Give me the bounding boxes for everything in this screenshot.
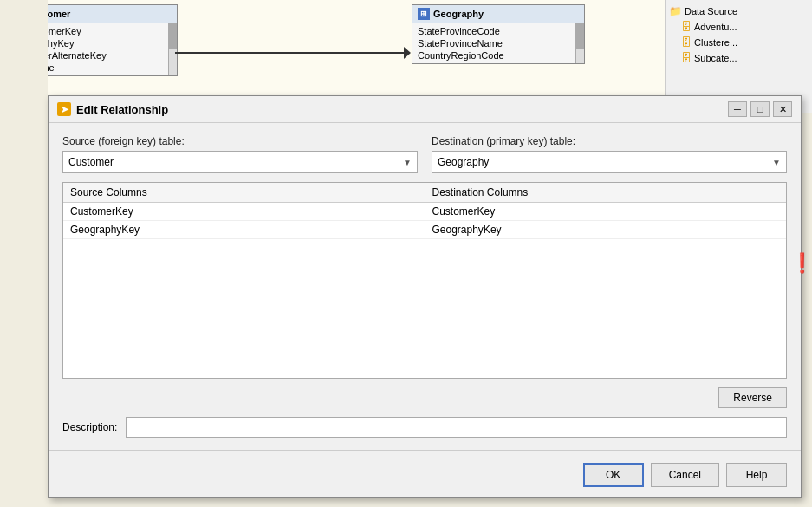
- tree-item-3-label: Subcate...: [694, 53, 737, 63]
- dest-col-customerkey: CustomerKey: [425, 203, 787, 220]
- geography-table-body: StateProvinceCode StateProvinceName Coun…: [412, 23, 584, 63]
- dialog-controls: ─ □ ✕: [728, 101, 792, 117]
- dialog-divider: [49, 450, 801, 451]
- destination-select-value: Geography: [438, 156, 489, 168]
- tables-row: Source (foreign key) table: Customer ▼ D…: [62, 135, 787, 173]
- dialog-body: Source (foreign key) table: Customer ▼ D…: [49, 123, 801, 450]
- reverse-row: Reverse: [62, 387, 787, 408]
- connector-right-arrow: [404, 47, 411, 59]
- dialog-title-text: Edit Relationship: [76, 103, 168, 116]
- source-columns-header: Source Columns: [63, 183, 425, 202]
- dest-col-geographykey: GeographyKey: [425, 221, 787, 238]
- scrollbar-thumb: [169, 23, 177, 49]
- field-stateprovincename: StateProvinceName: [412, 37, 584, 49]
- geography-table-icon: ⊞: [418, 8, 430, 20]
- dialog-titlebar: ➤ Edit Relationship ─ □ ✕: [49, 96, 801, 123]
- help-button[interactable]: Help: [726, 463, 787, 487]
- columns-grid: Source Columns Destination Columns Custo…: [62, 182, 787, 379]
- close-button[interactable]: ✕: [773, 101, 792, 117]
- connector-line: [175, 52, 409, 54]
- geo-scrollbar-thumb: [576, 23, 584, 49]
- description-label: Description:: [62, 421, 117, 433]
- source-col-geographykey: GeographyKey: [63, 221, 425, 238]
- minimize-button[interactable]: ─: [728, 101, 747, 117]
- edit-relationship-dialog: ➤ Edit Relationship ─ □ ✕ Source (foreig…: [48, 95, 802, 498]
- cancel-button[interactable]: Cancel: [651, 463, 719, 487]
- destination-dropdown-icon: ▼: [772, 158, 781, 167]
- source-label: Source (foreign key) table:: [62, 135, 418, 147]
- source-col-customerkey: CustomerKey: [63, 203, 425, 220]
- geography-scrollbar[interactable]: [575, 23, 584, 63]
- tree-item-2-label: Clustere...: [694, 37, 737, 48]
- source-select-value: Customer: [68, 156, 114, 168]
- description-row: Description:: [62, 417, 787, 438]
- source-dropdown-icon: ▼: [403, 158, 412, 167]
- tree-item-2[interactable]: 🗄 Clustere...: [669, 35, 809, 50]
- columns-grid-header: Source Columns Destination Columns: [63, 183, 786, 203]
- geography-table-title: Geography: [433, 9, 484, 19]
- geography-table-header: ⊞ Geography: [412, 5, 584, 23]
- left-sidebar: [0, 0, 48, 507]
- dialog-title-icon: ➤: [57, 102, 71, 116]
- datasource-label: Data Source: [685, 6, 737, 16]
- table-row[interactable]: GeographyKey GeographyKey: [63, 221, 786, 239]
- tree-item-3[interactable]: 🗄 Subcate...: [669, 50, 809, 66]
- table-row[interactable]: CustomerKey CustomerKey: [63, 203, 786, 221]
- customer-scrollbar[interactable]: [168, 23, 177, 75]
- reverse-button[interactable]: Reverse: [718, 387, 787, 408]
- columns-grid-body: CustomerKey CustomerKey GeographyKey Geo…: [63, 203, 786, 239]
- description-input[interactable]: [126, 417, 787, 438]
- dialog-footer: OK Cancel Help: [49, 456, 801, 497]
- field-countryregioncode: CountryRegionCode: [412, 49, 584, 62]
- red-exclaim-indicator: ❗: [790, 252, 812, 275]
- destination-table-col: Destination (primary key) table: Geograp…: [432, 135, 787, 173]
- geography-table[interactable]: ⊞ Geography StateProvinceCode StateProvi…: [412, 4, 585, 64]
- destination-select[interactable]: Geography ▼: [432, 151, 787, 173]
- destination-columns-header: Destination Columns: [425, 183, 787, 202]
- source-table-col: Source (foreign key) table: Customer ▼: [62, 135, 418, 173]
- datasource-root: 📁 Data Source: [669, 3, 809, 19]
- tree-item-1-label: Adventu...: [694, 22, 737, 32]
- maximize-button[interactable]: □: [750, 101, 770, 117]
- source-select[interactable]: Customer ▼: [62, 151, 418, 173]
- dialog-title-left: ➤ Edit Relationship: [57, 102, 168, 116]
- field-stateprovincecode: StateProvinceCode: [412, 25, 584, 37]
- destination-label: Destination (primary key) table:: [432, 135, 787, 147]
- ok-button[interactable]: OK: [583, 463, 644, 487]
- tree-item-1[interactable]: 🗄 Adventu...: [669, 19, 809, 35]
